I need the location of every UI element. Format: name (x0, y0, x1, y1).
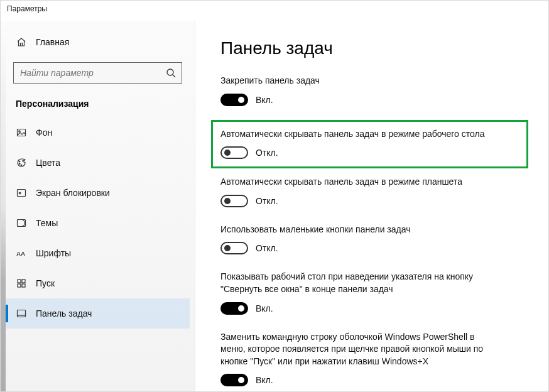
setting-label: Использовать маленькие кнопки панели зад… (220, 224, 491, 236)
toggle-peek-desktop[interactable] (220, 302, 248, 315)
toggle-row: Откл. (220, 146, 519, 159)
sidebar-item-background[interactable]: Фон (6, 117, 190, 148)
toggle-row: Вкл. (220, 374, 536, 386)
toggle-state-label: Откл. (256, 148, 278, 158)
sidebar-item-label: Панель задач (36, 308, 92, 318)
svg-text:A: A (16, 250, 21, 257)
setting-powershell: Заменить командную строку оболочкой Wind… (220, 331, 536, 387)
sidebar: Главная Персонализация Фон (1, 21, 195, 391)
toggle-autohide-desktop[interactable] (220, 146, 248, 159)
sidebar-item-label: Темы (36, 218, 58, 228)
svg-rect-11 (22, 280, 25, 283)
svg-text:A: A (21, 250, 25, 257)
sidebar-item-fonts[interactable]: AA Шрифты (6, 238, 190, 268)
sidebar-item-colors[interactable]: Цвета (6, 148, 190, 178)
svg-rect-12 (18, 284, 21, 287)
main-content: Панель задач Закрепить панель задач Вкл.… (195, 21, 548, 391)
section-title: Персонализация (6, 95, 190, 117)
setting-label: Автоматически скрывать панель задач в ре… (220, 128, 491, 141)
font-icon: AA (16, 248, 27, 259)
sidebar-item-lock-screen[interactable]: Экран блокировки (6, 178, 190, 208)
settings-window: Параметры Главная Персонализация (0, 0, 549, 392)
svg-point-3 (19, 161, 20, 162)
toggle-row: Вкл. (220, 302, 536, 315)
toggle-autohide-tablet[interactable] (220, 195, 248, 207)
sidebar-item-start[interactable]: Пуск (6, 268, 190, 298)
toggle-powershell[interactable] (220, 374, 248, 386)
sidebar-item-label: Пуск (36, 278, 55, 288)
home-nav-item[interactable]: Главная (6, 30, 190, 55)
toggle-state-label: Вкл. (256, 375, 273, 385)
setting-label: Автоматически скрывать панель задач в ре… (220, 176, 491, 188)
toggle-row: Откл. (220, 195, 536, 207)
setting-peek-desktop: Показывать рабочий стол при наведении ук… (220, 271, 536, 314)
svg-rect-13 (22, 284, 25, 287)
toggle-small-buttons[interactable] (220, 242, 248, 254)
sidebar-item-label: Экран блокировки (36, 188, 110, 198)
sidebar-item-themes[interactable]: Темы (6, 208, 190, 238)
toggle-row: Вкл. (220, 94, 536, 106)
sidebar-nav-list: Фон Цвета Экран блокировки (6, 117, 190, 329)
window-title: Параметры (1, 1, 548, 21)
setting-label: Заменить командную строку оболочкой Wind… (220, 331, 491, 368)
setting-autohide-tablet: Автоматически скрывать панель задач в ре… (220, 176, 536, 207)
svg-point-2 (19, 131, 20, 132)
search-input[interactable] (13, 62, 182, 84)
svg-rect-10 (18, 280, 21, 283)
setting-label: Закрепить панель задач (220, 75, 491, 87)
setting-autohide-desktop: Автоматически скрывать панель задач в ре… (211, 120, 528, 169)
setting-lock-taskbar: Закрепить панель задач Вкл. (220, 75, 536, 106)
toggle-state-label: Откл. (256, 196, 278, 206)
sidebar-item-taskbar[interactable]: Панель задач (6, 298, 190, 329)
setting-label: Показывать рабочий стол при наведении ук… (220, 271, 491, 295)
home-label: Главная (36, 37, 69, 47)
home-icon (16, 36, 27, 48)
window-body: Главная Персонализация Фон (1, 21, 548, 391)
setting-small-buttons: Использовать маленькие кнопки панели зад… (220, 224, 536, 255)
picture-icon (16, 127, 27, 138)
toggle-state-label: Вкл. (256, 95, 273, 105)
sidebar-item-label: Фон (36, 128, 52, 138)
toggle-state-label: Откл. (256, 243, 278, 253)
start-icon (16, 278, 27, 289)
svg-point-5 (21, 165, 22, 166)
lock-screen-icon (16, 187, 27, 199)
toggle-row: Откл. (220, 242, 536, 254)
toggle-lock-taskbar[interactable] (220, 94, 248, 106)
taskbar-icon (16, 308, 27, 319)
themes-icon (16, 217, 27, 229)
svg-rect-6 (18, 190, 26, 197)
search-wrap (13, 62, 182, 84)
page-title: Панель задач (220, 38, 536, 58)
svg-point-4 (19, 163, 20, 165)
sidebar-item-label: Шрифты (36, 248, 71, 258)
svg-rect-14 (18, 310, 26, 317)
palette-icon (16, 157, 27, 168)
toggle-state-label: Вкл. (256, 303, 273, 313)
sidebar-item-label: Цвета (36, 158, 60, 168)
